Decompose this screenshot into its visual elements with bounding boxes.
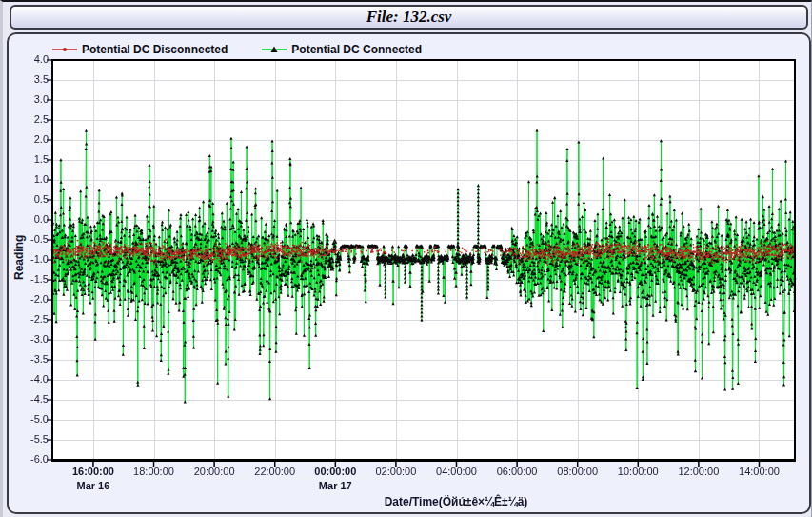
y-tick-label: 3.5 [9,73,49,86]
legend-entry-disconnected[interactable]: Potential DC Disconnected [52,41,228,58]
x-axis-title: Date/Time(Öйú±ê×¼Ê±¼ä) [275,495,637,508]
red-line-dot-icon [52,41,77,58]
x-tick-date-label: Mar 16 [58,480,129,492]
chart-panel: Potential DC Disconnected Potential DC C… [7,32,811,514]
y-tick-label: -5.5 [9,433,49,446]
y-tick-label: -2.0 [9,293,49,306]
y-tick-label: -5.0 [9,413,49,426]
y-tick-label: -4.5 [9,393,49,406]
y-tick-label: -3.0 [9,333,49,346]
y-tick-label: 2.5 [9,113,49,126]
y-tick-label: 0.5 [9,193,49,206]
legend-label-disconnected: Potential DC Disconnected [82,43,228,56]
file-title-text: File: 132.csv [366,8,452,27]
y-tick-label: -4.0 [9,373,49,386]
y-tick-label: 4.0 [9,53,49,66]
plot-canvas[interactable] [47,57,799,467]
x-tick-label: 14:00:00 [723,466,794,478]
y-tick-label: -2.5 [9,313,49,326]
legend-label-connected: Potential DC Connected [291,43,422,56]
y-tick-label: 1.0 [9,173,49,186]
y-tick-label: 2.0 [9,133,49,146]
y-tick-label: -6.0 [9,453,49,466]
application-window: File: 132.csv Potential DC Disconnected [0,0,812,517]
y-tick-label: -1.5 [9,273,49,286]
chart-legend: Potential DC Disconnected Potential DC C… [52,41,422,58]
y-tick-label: 0.0 [9,213,49,226]
y-tick-label: 1.5 [9,153,49,166]
y-tick-label: -1.0 [9,253,49,266]
legend-entry-connected[interactable]: Potential DC Connected [262,41,422,58]
file-title-bar: File: 132.csv [10,5,808,30]
y-tick-label: -3.5 [9,353,49,366]
y-tick-label: 3.0 [9,93,49,106]
green-line-triangle-icon [262,41,287,58]
x-tick-date-label: Mar 17 [300,480,370,492]
y-tick-label: -0.5 [9,233,49,246]
